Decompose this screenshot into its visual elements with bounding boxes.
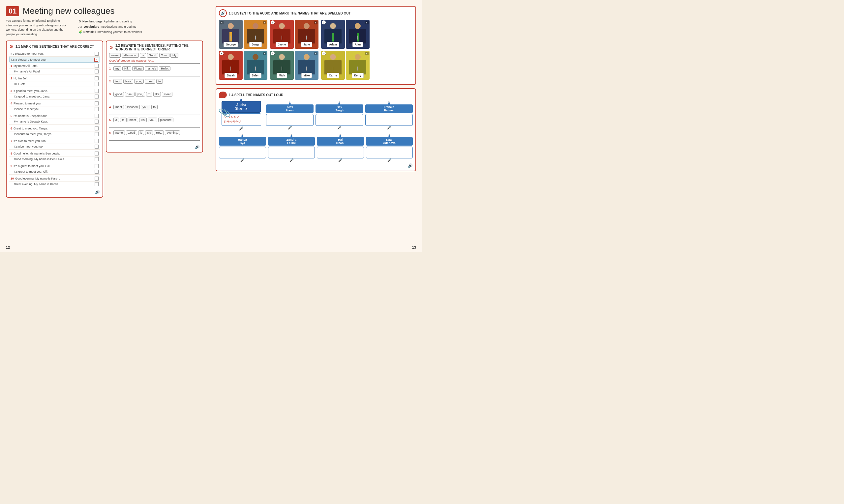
checkbox-10a[interactable] [94, 177, 99, 181]
new-skill-item: 🧩 New skill Introducing yourself to co-w… [79, 29, 142, 35]
audio-icon-11[interactable]: 🔊 [95, 190, 100, 194]
checkbox-4a[interactable] [94, 102, 99, 105]
checkbox-8a[interactable] [94, 151, 99, 156]
lanyard-adam [333, 36, 333, 39]
checkbox-6b[interactable] [94, 132, 99, 136]
exercise-13-box: 🔊 1.3 LISTEN TO THE AUDIO AND MARK THE N… [216, 6, 416, 85]
label-b-kerry: B [365, 52, 368, 55]
ex12-words-6: 6 nameGoodisMyRoy.evening. [109, 130, 200, 135]
word-chip: name [109, 53, 121, 58]
badge-george: George [224, 42, 238, 47]
head-sarah [228, 54, 234, 60]
ex12-wordbank-2: too.Niceyou,meetto [114, 79, 163, 84]
word-chip: Nice [123, 79, 133, 84]
ex12-answer-4[interactable] [109, 110, 200, 115]
ex13-title: 1.3 LISTEN TO THE AUDIO AND MARK THE NAM… [229, 12, 351, 15]
ex11-text-1a: 1My name Ali Patel. [11, 64, 38, 68]
ex11-text-4a: 4Pleased to meet you. [11, 102, 41, 105]
ex12-example-words: name afternoon. is Good Tom. My [109, 53, 200, 58]
checkbox-3a[interactable] [94, 89, 99, 93]
checkbox-5b[interactable] [94, 120, 99, 124]
ex11-row-9a: 9It's a great to meet you, Gill. [9, 163, 100, 169]
ex11-text-4b: Please to meet you. [11, 107, 40, 111]
label-b-mike: B [314, 52, 317, 55]
ex14-items-row1: 1 AlexHann 🎤 2 DevSingh [266, 101, 413, 131]
audio-circle-icon[interactable]: 🔊 [219, 9, 227, 17]
checkbox-1b[interactable] [94, 70, 99, 73]
ex12-answer-5[interactable] [109, 123, 200, 128]
pin-3 [388, 103, 390, 104]
checkbox-7a[interactable] [94, 139, 99, 143]
checkbox-2a[interactable] [94, 76, 99, 80]
ex12-item-3: 3 goodJim.you,toIt'smeet [109, 92, 200, 102]
word-chip: Good [147, 53, 158, 58]
lanyard-kerry [357, 67, 358, 71]
name-pair-jayne: 1 Jayne A Jane B [270, 20, 318, 49]
ex11-row-6b: Pleasure to meet you, Tanya. [9, 131, 100, 137]
audio-icon-14[interactable]: 🔊 [408, 163, 413, 168]
card-mike: Mike B [295, 51, 318, 80]
ex14-spelling-5[interactable] [268, 147, 315, 159]
gear-icon-12: ⚙ [109, 45, 114, 50]
label-b-jane: B [314, 21, 317, 24]
checkbox-10b[interactable] [94, 182, 99, 186]
ex14-spelling-2[interactable] [315, 114, 363, 126]
badge-mick: Mick [277, 73, 288, 78]
word-chip: pleasure [158, 118, 174, 122]
head-george [228, 23, 234, 29]
puzzle-icon: 🧩 [79, 29, 82, 35]
pair-num-1: 1 [271, 20, 275, 24]
label-b-alan: B [365, 21, 368, 24]
pin-6 [340, 135, 341, 137]
ex12-answer-3[interactable] [109, 97, 200, 102]
ex14-spelling-7[interactable] [366, 147, 413, 159]
ex11-row-2b: Hi, I Jeff. [9, 82, 100, 87]
ex11-text-3b: It's good to meet you, Jane. [11, 95, 50, 98]
ex11-item-9: 9It's a great to meet you, Gill. It's gr… [9, 163, 100, 175]
ex12-answer-2[interactable] [109, 85, 200, 89]
name-pair-adam: 2 Adam A Alan B [321, 20, 369, 49]
checkbox-4b[interactable] [94, 107, 99, 111]
checkbox-8b[interactable] [94, 157, 99, 161]
word-chip: meet [145, 79, 155, 84]
speech-icon: ··· [219, 92, 227, 98]
checkbox-5a[interactable] [94, 114, 99, 118]
ex14-spelling-1[interactable] [266, 114, 313, 126]
audio-icon-12[interactable]: 🔊 [195, 145, 200, 149]
badge-jayne: Jayne [276, 42, 288, 47]
ex14-spelling-3[interactable] [365, 114, 413, 126]
ex11-text-5b: My name is Deepak Kaur. [11, 120, 48, 123]
ex11-row-10a: 10Good evening. My name is Karen. [9, 176, 100, 181]
card-wrapper-george: George A [219, 20, 243, 49]
label-b-saleh: B [263, 52, 266, 55]
ex11-example-2: It's a pleasure to meet you. [9, 57, 100, 62]
checkbox-9b[interactable] [94, 170, 99, 174]
ex11-item-10: 10Good evening. My name is Karen. Great … [9, 176, 100, 187]
ex14-spelling-6[interactable] [317, 147, 364, 159]
ex11-example-text-1: It's pleasure to meet you. [11, 52, 44, 55]
badge-carrie: Carrie [327, 73, 340, 78]
lanyard-jane [306, 36, 307, 39]
checkbox-1a[interactable] [94, 64, 99, 68]
lanyard-mick [281, 67, 282, 71]
checkbox-2b[interactable] [94, 82, 99, 86]
word-chip: you. [148, 118, 157, 122]
ex12-answer-1[interactable] [109, 72, 200, 76]
ex11-text-8b: Good morning. My name is Ben Lewis. [11, 158, 65, 161]
ex11-row-3a: 3It good to meet you, Jane. [9, 88, 100, 94]
checkbox-7b[interactable] [94, 145, 99, 148]
ex14-header: ··· 1.4 SPELL THE NAMES OUT LOUD [219, 92, 413, 98]
ex11-item-3: 3It good to meet you, Jane. It's good to… [9, 88, 100, 100]
ex13-row2: 3 Sarah A Saleh B [219, 51, 413, 80]
checkbox-6a[interactable] [94, 126, 99, 130]
ex12-answer-6[interactable] [109, 136, 200, 141]
checkbox-example-1[interactable] [94, 52, 99, 56]
word-chip: to [151, 105, 158, 109]
ex11-text-5a: 5I'm name is Deepak Kaur. [11, 114, 48, 118]
vocabulary-value: Introductions and greetings [101, 24, 137, 29]
checkbox-example-2[interactable] [94, 58, 98, 61]
ex14-spelling-4[interactable] [219, 147, 266, 159]
checkbox-9a[interactable] [94, 164, 99, 168]
ex11-row-4b: Please to meet you. [9, 106, 100, 112]
checkbox-3b[interactable] [94, 94, 99, 98]
